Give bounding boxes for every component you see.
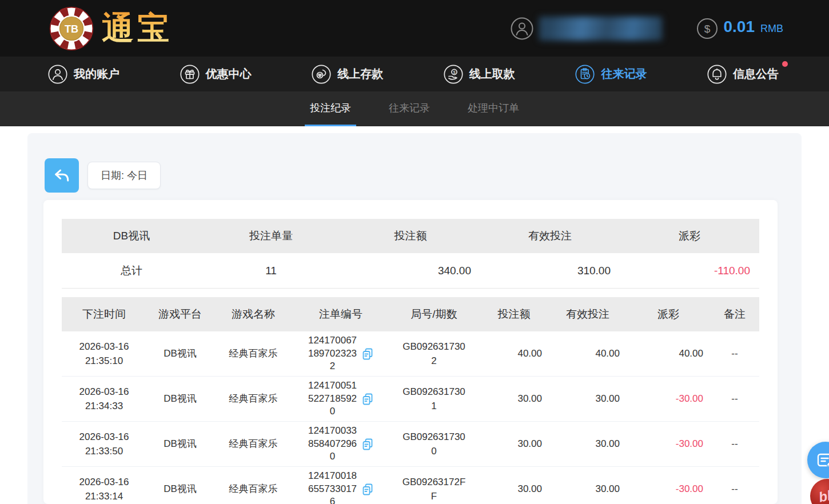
- summary-valid-bet: 310.00: [480, 253, 620, 288]
- dollar-coin-icon: $: [696, 18, 718, 39]
- summary-col-payout: 派彩: [620, 219, 759, 253]
- platform: DB视讯: [146, 331, 214, 376]
- balance-amount: 0.01: [724, 18, 755, 36]
- copy-icon[interactable]: [361, 393, 374, 406]
- nav-label: 线上取款: [469, 66, 515, 82]
- summary-payout: -110.00: [620, 253, 759, 288]
- gift-icon: [180, 65, 200, 84]
- records-icon: [575, 65, 595, 84]
- casino-chip-logo-icon: TB: [48, 5, 95, 52]
- bet-id: 1241700186557330176: [308, 470, 358, 504]
- copy-icon[interactable]: [361, 438, 374, 451]
- remark: --: [710, 331, 759, 376]
- summary-col-bet-amount: 投注额: [341, 219, 480, 253]
- summary-bet-count: 11: [201, 253, 341, 288]
- col-round-id: 局号/期数: [389, 297, 479, 331]
- payout: -30.00: [627, 422, 710, 466]
- summary-col-platform: DB视讯: [62, 219, 201, 253]
- user-icon: [48, 65, 67, 84]
- chat-float-button[interactable]: [807, 442, 829, 478]
- summary-total-row: 总计 11 340.00 310.00 -110.00: [62, 253, 759, 289]
- nav-item-my-account[interactable]: 我的账户: [48, 65, 119, 84]
- content-panel: 日期: 今日 DB视讯 投注单量 投注额 有效投注 派彩 总计 11 340.0…: [27, 133, 802, 504]
- tab-transaction-records[interactable]: 往来记录: [384, 91, 435, 126]
- payout: -30.00: [627, 467, 710, 504]
- platform: DB视讯: [146, 377, 214, 421]
- back-button[interactable]: [45, 158, 79, 193]
- nav-item-promotions[interactable]: 优惠中心: [180, 65, 252, 84]
- payout: 40.00: [627, 331, 710, 376]
- avatar-icon: [511, 17, 533, 40]
- round-id: GB09263172FF: [401, 475, 467, 504]
- platform: DB视讯: [146, 467, 214, 504]
- svg-text:$: $: [704, 23, 710, 35]
- nav-item-withdraw[interactable]: $ 线上取款: [444, 65, 515, 84]
- payout: -30.00: [627, 377, 710, 421]
- valid-bet: 30.00: [549, 422, 627, 466]
- bet-amount: 30.00: [479, 467, 549, 504]
- brand-logo[interactable]: TB 通宝: [48, 5, 173, 52]
- nav-label: 优惠中心: [206, 66, 252, 82]
- bet-time: 2026-03-16 21:34:33: [72, 385, 136, 414]
- tab-processing-orders[interactable]: 处理中订单: [463, 91, 524, 126]
- valid-bet: 30.00: [549, 377, 627, 421]
- user-account[interactable]: [511, 17, 662, 41]
- main-navigation: 我的账户 优惠中心 线上存款 $ 线上取款: [0, 57, 829, 91]
- valid-bet: 40.00: [549, 331, 627, 376]
- table-row: 2026-03-16 21:34:33 DB视讯 经典百家乐 124170051…: [62, 377, 759, 422]
- tab-bet-records[interactable]: 投注纪录: [305, 91, 356, 126]
- bet-time: 2026-03-16 21:33:50: [72, 430, 136, 459]
- notification-dot: [782, 61, 788, 67]
- nav-item-deposit[interactable]: 线上存款: [312, 65, 383, 84]
- bet-id: 1241700338584072960: [308, 425, 358, 464]
- copy-icon[interactable]: [361, 347, 374, 361]
- table-row: 2026-03-16 21:33:50 DB视讯 经典百家乐 124170033…: [62, 422, 759, 467]
- wallet-balance[interactable]: $ 0.01 RMB: [696, 18, 784, 39]
- summary-total-label: 总计: [62, 253, 201, 288]
- game-name: 经典百家乐: [214, 377, 293, 421]
- summary-col-valid-bet: 有效投注: [480, 219, 620, 253]
- svg-text:TB: TB: [65, 23, 78, 35]
- game-name: 经典百家乐: [214, 467, 293, 504]
- remark: --: [710, 422, 759, 466]
- round-id: GB0926317300: [401, 430, 467, 459]
- col-bet-time: 下注时间: [62, 297, 146, 331]
- bb-brand-label: bb: [818, 486, 829, 504]
- brand-name: 通宝: [102, 7, 173, 50]
- bet-id: 1241700515227185920: [308, 379, 358, 419]
- col-bet-id: 注单编号: [293, 297, 389, 331]
- col-remark: 备注: [710, 297, 759, 331]
- nav-label: 我的账户: [74, 66, 119, 82]
- bet-records-card: DB视讯 投注单量 投注额 有效投注 派彩 总计 11 340.00 310.0…: [43, 200, 778, 504]
- bet-amount: 30.00: [479, 377, 549, 421]
- chat-icon: [816, 450, 829, 470]
- col-game-name: 游戏名称: [214, 297, 293, 331]
- nav-label: 信息公告: [733, 66, 779, 82]
- bet-amount: 40.00: [479, 331, 549, 376]
- date-filter-button[interactable]: 日期: 今日: [87, 162, 161, 189]
- bet-time: 2026-03-16 21:35:10: [72, 339, 136, 369]
- username-redacted: [539, 17, 662, 41]
- col-platform: 游戏平台: [146, 297, 214, 331]
- top-header: TB 通宝 $ 0.01 RMB: [0, 0, 829, 57]
- col-valid-bet: 有效投注: [549, 297, 627, 331]
- remark: --: [710, 377, 759, 421]
- table-row: 2026-03-16 21:35:10 DB视讯 经典百家乐 124170067…: [62, 331, 759, 377]
- balance-currency: RMB: [760, 23, 783, 35]
- nav-label: 往来记录: [601, 66, 647, 82]
- nav-item-announcements[interactable]: 信息公告: [707, 65, 779, 84]
- valid-bet: 30.00: [549, 467, 627, 504]
- summary-col-bet-count: 投注单量: [201, 219, 341, 253]
- copy-icon[interactable]: [361, 483, 374, 496]
- detail-table-header: 下注时间 游戏平台 游戏名称 注单编号 局号/期数 投注额 有效投注 派彩 备注: [62, 297, 759, 331]
- date-filter-label: 日期: 今日: [101, 169, 148, 182]
- record-tabs: 投注纪录 往来记录 处理中订单: [0, 91, 829, 126]
- nav-item-records[interactable]: 往来记录: [575, 65, 647, 84]
- bell-icon: [707, 65, 727, 84]
- bb-brand-button[interactable]: bb: [810, 479, 829, 504]
- col-bet-amount: 投注额: [479, 297, 549, 331]
- remark: --: [710, 467, 759, 504]
- bet-id: 1241700671897023232: [308, 334, 358, 374]
- withdraw-icon: $: [444, 65, 463, 84]
- bet-time: 2026-03-16 21:33:14: [72, 475, 136, 504]
